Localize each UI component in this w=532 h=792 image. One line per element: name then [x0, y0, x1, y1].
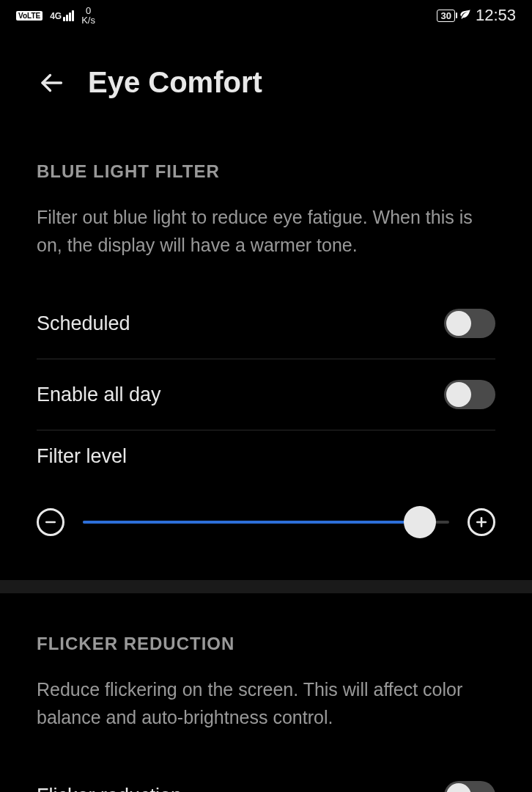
increase-button[interactable] — [468, 508, 495, 536]
slider-fill — [83, 521, 420, 524]
leaf-icon — [459, 8, 471, 23]
signal-bars-icon — [63, 10, 74, 21]
scheduled-label: Scheduled — [37, 312, 130, 335]
header: Eye Comfort — [0, 29, 532, 121]
network-type: 4G — [50, 11, 62, 21]
section-description-blue-light: Filter out blue light to reduce eye fati… — [37, 204, 495, 259]
flicker-reduction-toggle[interactable] — [444, 781, 495, 792]
blue-light-section: BLUE LIGHT FILTER Filter out blue light … — [0, 161, 532, 558]
section-description-flicker: Reduce flickering on the screen. This wi… — [37, 676, 495, 731]
filter-level-label: Filter level — [37, 445, 495, 468]
flicker-reduction-label: Flicker reduction — [37, 785, 182, 793]
speed-indicator: 0 K/s — [81, 6, 95, 25]
flicker-section: FLICKER REDUCTION Reduce flickering on t… — [0, 634, 532, 792]
status-right: 30 12:53 — [437, 6, 516, 25]
status-bar: VoLTE 4G 0 K/s 30 12:53 — [0, 0, 532, 29]
slider-thumb[interactable] — [404, 506, 436, 538]
enable-all-day-toggle[interactable] — [444, 380, 495, 409]
section-header-blue-light: BLUE LIGHT FILTER — [37, 161, 495, 182]
speed-unit: K/s — [81, 15, 95, 25]
status-left: VoLTE 4G 0 K/s — [16, 6, 95, 25]
enable-all-day-label: Enable all day — [37, 384, 161, 406]
section-separator — [0, 580, 532, 593]
filter-level-section: Filter level — [37, 430, 495, 558]
section-header-flicker: FLICKER REDUCTION — [37, 634, 495, 654]
setting-flicker-reduction[interactable]: Flicker reduction — [37, 760, 495, 792]
decrease-button[interactable] — [37, 508, 64, 536]
slider-track[interactable] — [83, 521, 449, 524]
filter-level-slider — [37, 508, 495, 536]
page-title: Eye Comfort — [88, 66, 262, 99]
setting-enable-all-day[interactable]: Enable all day — [37, 359, 495, 430]
signal-group: 4G — [50, 10, 74, 21]
battery-icon: 30 — [437, 10, 454, 22]
setting-scheduled[interactable]: Scheduled — [37, 288, 495, 359]
scheduled-toggle[interactable] — [444, 309, 495, 338]
clock: 12:53 — [476, 6, 516, 25]
back-button[interactable] — [37, 68, 66, 98]
volte-badge: VoLTE — [16, 11, 43, 21]
